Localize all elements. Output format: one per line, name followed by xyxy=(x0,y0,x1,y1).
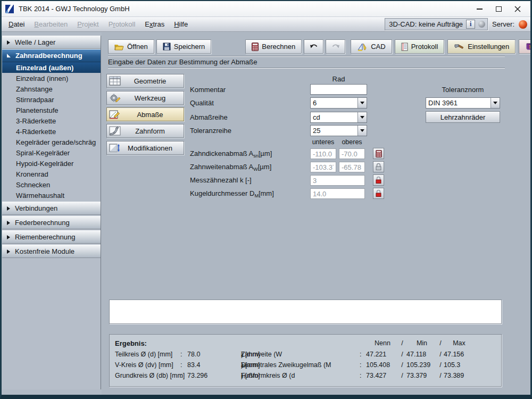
toolbar: Öffnen Speichern Berechnen xyxy=(108,39,532,54)
ball-diameter-label: Kugeldurchmesser DM [mm] xyxy=(190,188,274,199)
title-bar: TBK 2014 - GWJ Technology GmbH xyxy=(2,1,530,17)
undo-button[interactable] xyxy=(304,39,323,54)
sidebar-item-spiral-kegelraeder[interactable]: Spiral-Kegelräder xyxy=(2,147,101,158)
gauge-gears-button[interactable]: Lehrzahnräder xyxy=(426,111,500,123)
cad-status-indicator xyxy=(478,21,485,28)
tools-icon xyxy=(454,43,464,51)
close-button[interactable] xyxy=(508,3,527,15)
gear-segment-icon xyxy=(108,126,122,136)
cad-drafting-icon xyxy=(357,43,368,51)
menu-hilfe[interactable]: Hilfe xyxy=(169,18,193,30)
allowance-series-select[interactable]: cd xyxy=(310,112,367,123)
lock-open-button[interactable] xyxy=(373,161,384,172)
dropdown-arrow-icon[interactable] xyxy=(358,112,367,122)
comment-label: Kommentar xyxy=(190,84,226,95)
sidebar-item-einzelrad-innen[interactable]: Einzelrad (innen) xyxy=(2,73,101,84)
protocol-button[interactable]: Protokoll xyxy=(395,39,445,54)
sidebar-item-3-raederkette[interactable]: 3-Räderkette xyxy=(2,115,101,126)
allowance-nav-button[interactable]: Abmaße xyxy=(106,107,184,121)
tolerance-norm-label: Toleranznorm xyxy=(426,86,500,94)
results-row-teilkreis: Teilkreis Ø (d) [mm] : 78.0 Zahnweite (W… xyxy=(110,351,501,360)
server-status-indicator xyxy=(519,20,527,29)
collapsed-arrow-icon xyxy=(7,206,10,211)
menu-datei[interactable]: Datei xyxy=(4,18,29,30)
upper-column-header: oberes xyxy=(339,138,365,146)
calculator-icon xyxy=(376,150,382,157)
cad-button[interactable]: CAD xyxy=(351,39,392,54)
lock-red-icon xyxy=(375,176,382,184)
cad-status-box: 3D-CAD: keine Aufträge i xyxy=(385,18,488,30)
ball-diameter-input[interactable] xyxy=(310,188,365,199)
tooth-span-allowance-label: Zahnweitenabmaß AW [µm] xyxy=(190,161,271,172)
sidebar-item-kegelraeder[interactable]: Kegelräder gerade/schräg xyxy=(2,137,101,147)
sidebar-item-stirnradpaar[interactable]: Stirnradpaar xyxy=(2,94,101,105)
measurement-teeth-input[interactable] xyxy=(310,175,365,186)
quality-label: Qualität xyxy=(190,97,214,109)
floppy-disk-icon xyxy=(163,43,171,51)
calculate-button[interactable]: Berechnen xyxy=(245,39,302,54)
sidebar-item-hypoid-kegelraeder[interactable]: Hypoid-Kegelräder xyxy=(2,158,101,169)
window-title: TBK 2014 - GWJ Technology GmbH xyxy=(19,5,470,13)
sidebar-item-waermehaushalt[interactable]: Wärmehaushalt xyxy=(2,190,101,201)
sidebar-item-einzelrad-aussen[interactable]: Einzelrad (außen) xyxy=(2,62,101,73)
modification-arrows-icon xyxy=(108,143,122,153)
sidebar-item-planetenstufe[interactable]: Planetenstufe xyxy=(2,105,101,115)
dropdown-arrow-icon[interactable] xyxy=(358,126,367,136)
module-sidebar: Welle / Lager Zahnradberechnung Einzelra… xyxy=(2,36,101,389)
menu-protokoll: Protokoll xyxy=(104,18,140,30)
redo-button[interactable] xyxy=(326,39,345,54)
measurement-drawing-icon xyxy=(108,110,122,119)
minimize-button[interactable] xyxy=(470,3,489,15)
sidebar-item-zahnstange[interactable]: Zahnstange xyxy=(2,84,101,94)
allowance-series-label: Abmaßreihe xyxy=(190,112,228,123)
collapsed-arrow-icon xyxy=(7,221,10,225)
sidebar-item-4-raederkette[interactable]: 4-Räderkette xyxy=(2,126,101,137)
lock-closed-button[interactable] xyxy=(373,188,384,199)
info-button[interactable]: i xyxy=(466,20,475,29)
sidebar-section-kostenfreie-module[interactable]: Kostenfreie Module xyxy=(2,245,101,258)
quality-select[interactable]: 6 xyxy=(310,97,367,109)
sidebar-section-welle-lager[interactable]: Welle / Lager xyxy=(2,36,101,49)
redo-icon xyxy=(331,43,340,50)
tooth-thickness-lower-input[interactable] xyxy=(310,148,336,159)
sidebar-section-riemenberechnung[interactable]: Riemenberechnung xyxy=(2,230,101,244)
lock-closed-button[interactable] xyxy=(373,174,384,186)
tool-nav-button[interactable]: Werkzeug xyxy=(106,91,184,105)
dropdown-arrow-icon[interactable] xyxy=(491,98,500,108)
tooth-span-lower-input[interactable] xyxy=(310,162,336,172)
sidebar-item-kronenrad[interactable]: Kronenrad xyxy=(2,169,101,179)
menu-bar: Datei Bearbeiten Projekt Protokoll Extra… xyxy=(2,17,530,32)
app-logo-icon xyxy=(5,4,14,14)
geometry-nav-button[interactable]: Geometrie xyxy=(106,74,184,88)
tooth-span-upper-input[interactable] xyxy=(339,162,365,172)
divider xyxy=(108,68,505,69)
tooth-thickness-upper-input[interactable] xyxy=(339,148,365,159)
sidebar-section-federberechnung[interactable]: Federberechnung xyxy=(2,216,101,229)
tolerance-series-select[interactable]: 25 xyxy=(310,125,367,136)
results-row-vkreis: V-Kreis Ø (dv) [mm] : 83.4 Diametrales Z… xyxy=(110,361,501,371)
gear-tool-icon xyxy=(108,93,122,103)
server-label: Server: xyxy=(492,20,514,28)
measurement-teeth-label: Messzähnezahl k [-] xyxy=(190,174,252,186)
menu-projekt: Projekt xyxy=(72,18,103,30)
comment-input[interactable] xyxy=(310,84,367,95)
app-window: TBK 2014 - GWJ Technology GmbH Datei Bea… xyxy=(0,0,532,399)
menu-extras[interactable]: Extras xyxy=(140,18,169,30)
grid-icon xyxy=(108,76,122,86)
dropdown-arrow-icon[interactable] xyxy=(358,98,367,108)
calculate-allowance-button[interactable] xyxy=(373,148,384,159)
lock-red-icon xyxy=(375,189,382,197)
tolerance-norm-select[interactable]: DIN 3961 xyxy=(426,97,500,109)
document-icon xyxy=(401,43,408,51)
save-button[interactable]: Speichern xyxy=(156,39,212,54)
sidebar-item-schnecken[interactable]: Schnecken xyxy=(2,179,101,190)
open-button[interactable]: Öffnen xyxy=(108,39,154,54)
sidebar-section-verbindungen[interactable]: Verbindungen xyxy=(2,202,101,215)
modifications-nav-button[interactable]: Modifikationen xyxy=(106,141,184,155)
sidebar-section-zahnradberechnung[interactable]: Zahnradberechnung xyxy=(2,49,101,62)
maximize-button[interactable] xyxy=(489,3,508,15)
help-button[interactable]: ? Hilfe xyxy=(519,39,532,54)
settings-button[interactable]: Einstellungen xyxy=(447,39,516,54)
toothform-nav-button[interactable]: Zahnform xyxy=(106,124,184,138)
collapsed-arrow-icon xyxy=(7,40,10,45)
